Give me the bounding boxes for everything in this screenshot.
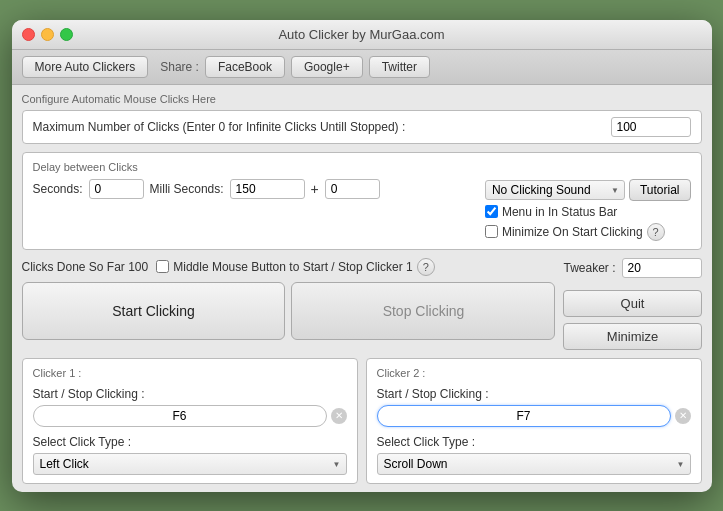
max-clicks-row: Maximum Number of Clicks (Enter 0 for In… — [22, 110, 702, 144]
clicker1-type-label: Select Click Type : — [33, 435, 347, 449]
tutorial-button[interactable]: Tutorial — [629, 179, 691, 201]
delay-inputs: Seconds: Milli Seconds: + — [33, 179, 380, 199]
tweaker-input[interactable] — [622, 258, 702, 278]
clicker1-title: Clicker 1 : — [33, 367, 347, 379]
share-label: Share : — [160, 60, 199, 74]
milli-seconds-input[interactable] — [230, 179, 305, 199]
menu-status-row: Menu in In Status Bar — [485, 205, 691, 219]
sound-row: No Clicking Sound Sound 1 Sound 2 Tutori… — [485, 179, 691, 201]
delay-right-panel: No Clicking Sound Sound 1 Sound 2 Tutori… — [485, 179, 691, 241]
right-panel: Tweaker : Quit Minimize — [563, 258, 701, 350]
tweaker-label: Tweaker : — [563, 261, 615, 275]
clicker1-type-wrapper: Left Click Right Click Middle Click Doub… — [33, 453, 347, 475]
middle-mouse-label: Middle Mouse Button to Start / Stop Clic… — [173, 260, 412, 274]
minimize-on-start-checkbox[interactable] — [485, 225, 498, 238]
window-title: Auto Clicker by MurGaa.com — [278, 27, 444, 42]
clicker1-box: Clicker 1 : Start / Stop Clicking : ✕ Se… — [22, 358, 358, 484]
milli-seconds-label: Milli Seconds: — [150, 182, 224, 196]
seconds-input[interactable] — [89, 179, 144, 199]
close-button[interactable] — [22, 28, 35, 41]
titlebar: Auto Clicker by MurGaa.com — [12, 20, 712, 50]
stop-clicking-button[interactable]: Stop Clicking — [291, 282, 555, 340]
main-window: Auto Clicker by MurGaa.com More Auto Cli… — [12, 20, 712, 492]
clicker2-ss-label: Start / Stop Clicking : — [377, 387, 691, 401]
max-clicks-label: Maximum Number of Clicks (Enter 0 for In… — [33, 120, 611, 134]
clicker2-type-wrapper: Left Click Right Click Middle Click Doub… — [377, 453, 691, 475]
plus-sign: + — [311, 181, 319, 197]
twitter-button[interactable]: Twitter — [369, 56, 430, 78]
max-clicks-input[interactable] — [611, 117, 691, 137]
more-auto-clickers-button[interactable]: More Auto Clickers — [22, 56, 149, 78]
content-area: Configure Automatic Mouse Clicks Here Ma… — [12, 85, 712, 492]
clicks-done-row: Clicks Done So Far 100 Middle Mouse Butt… — [22, 258, 556, 276]
clicker1-ss-label: Start / Stop Clicking : — [33, 387, 347, 401]
clicker2-type-select[interactable]: Left Click Right Click Middle Click Doub… — [377, 453, 691, 475]
minimize-help-button[interactable]: ? — [647, 223, 665, 241]
minimize-on-start-label: Minimize On Start Clicking — [502, 225, 643, 239]
clicks-done-label: Clicks Done So Far 100 — [22, 260, 149, 274]
tweaker-row: Tweaker : — [563, 258, 701, 278]
quit-button[interactable]: Quit — [563, 290, 701, 317]
buttons-area: Start Clicking Stop Clicking — [22, 282, 556, 340]
clicker2-box: Clicker 2 : Start / Stop Clicking : ✕ Se… — [366, 358, 702, 484]
clicker2-type-label: Select Click Type : — [377, 435, 691, 449]
left-panel: Clicks Done So Far 100 Middle Mouse Butt… — [22, 258, 556, 346]
clicker1-type-select[interactable]: Left Click Right Click Middle Click Doub… — [33, 453, 347, 475]
minimize-action-button[interactable]: Minimize — [563, 323, 701, 350]
clicker2-hotkey-row: ✕ — [377, 405, 691, 427]
clicker2-clear-button[interactable]: ✕ — [675, 408, 691, 424]
clickers-row: Clicker 1 : Start / Stop Clicking : ✕ Se… — [22, 358, 702, 484]
sound-select-wrapper: No Clicking Sound Sound 1 Sound 2 — [485, 180, 625, 200]
clicker2-hotkey-input[interactable] — [377, 405, 671, 427]
traffic-lights — [22, 28, 73, 41]
delay-section: Delay between Clicks Seconds: Milli Seco… — [22, 152, 702, 250]
toolbar: More Auto Clickers Share : FaceBook Goog… — [12, 50, 712, 85]
clicker1-hotkey-input[interactable] — [33, 405, 327, 427]
minimize-button[interactable] — [41, 28, 54, 41]
config-label: Configure Automatic Mouse Clicks Here — [22, 93, 702, 105]
middle-mouse-checkbox[interactable] — [156, 260, 169, 273]
seconds-label: Seconds: — [33, 182, 83, 196]
maximize-button[interactable] — [60, 28, 73, 41]
extra-delay-input[interactable] — [325, 179, 380, 199]
clicker1-hotkey-row: ✕ — [33, 405, 347, 427]
facebook-button[interactable]: FaceBook — [205, 56, 285, 78]
clicker2-title: Clicker 2 : — [377, 367, 691, 379]
start-clicking-button[interactable]: Start Clicking — [22, 282, 286, 340]
minimize-on-start-row: Minimize On Start Clicking — [485, 225, 643, 239]
delay-title: Delay between Clicks — [33, 161, 691, 173]
google-plus-button[interactable]: Google+ — [291, 56, 363, 78]
menu-in-status-label: Menu in In Status Bar — [502, 205, 617, 219]
middle-mouse-help-button[interactable]: ? — [417, 258, 435, 276]
clicker1-clear-button[interactable]: ✕ — [331, 408, 347, 424]
sound-select[interactable]: No Clicking Sound Sound 1 Sound 2 — [485, 180, 625, 200]
menu-in-status-checkbox[interactable] — [485, 205, 498, 218]
